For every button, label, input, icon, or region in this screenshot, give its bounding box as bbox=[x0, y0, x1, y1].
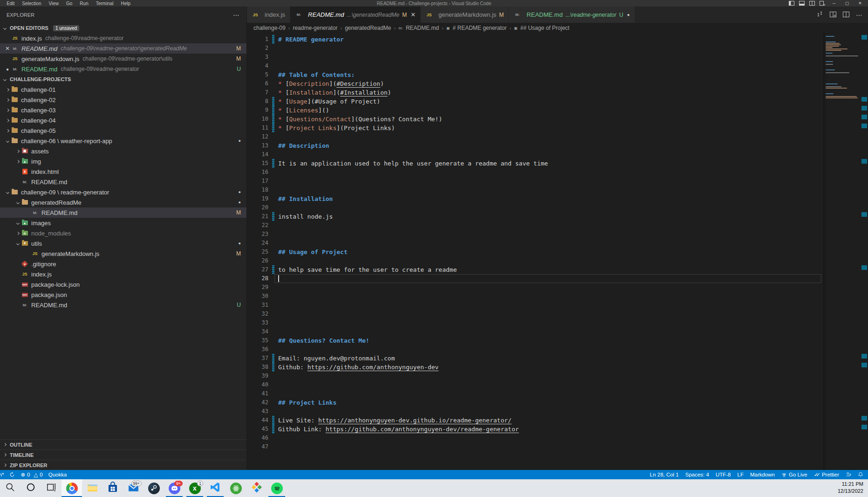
code-line[interactable]: 8* [Usage](#Usage of Project) bbox=[247, 97, 823, 106]
close-icon[interactable]: ✕ bbox=[410, 11, 416, 18]
code-line[interactable]: 27to help save time for the user to crea… bbox=[247, 265, 823, 274]
open-editor-item[interactable]: JSindex.jschallenge-09\readme-generator bbox=[0, 33, 246, 43]
code-line[interactable]: 37Email: nguyen.dev@protonmail.com bbox=[247, 354, 823, 363]
cursor-position-item[interactable]: Ln 28, Col 1 bbox=[650, 472, 679, 477]
tree-item-package-json[interactable]: npmpackage.json bbox=[0, 290, 246, 300]
workspace-section-header[interactable]: CHALLENGE-PROJECTS bbox=[0, 74, 246, 84]
code-line[interactable]: 16 bbox=[247, 168, 823, 177]
tab-readme.md[interactable]: M↓README.md...\generatedReadMeM✕ bbox=[290, 7, 421, 23]
taskbar-spotify[interactable] bbox=[267, 479, 287, 497]
taskbar-taskview[interactable] bbox=[41, 479, 62, 497]
tree-item-readme-md[interactable]: M↓README.md bbox=[0, 177, 246, 187]
editor-more-actions-icon[interactable]: ⋯ bbox=[856, 11, 862, 19]
tree-item-generatemarkdown-js[interactable]: JSgenerateMarkdown.jsM bbox=[0, 248, 246, 259]
code-line[interactable]: 35## Questions? Contact Me! bbox=[247, 336, 823, 345]
code-line[interactable]: 20 bbox=[247, 203, 823, 212]
taskbar-atom[interactable] bbox=[226, 479, 246, 497]
code-line[interactable]: 26 bbox=[247, 256, 823, 265]
menu-go[interactable]: Go bbox=[62, 1, 76, 6]
open-editor-item[interactable]: ●M↓README.mdchallenge-09\readme-generato… bbox=[0, 64, 246, 74]
code-line[interactable]: 38Github: https://github.com/anthonynguy… bbox=[247, 363, 823, 372]
code-line[interactable]: 30 bbox=[247, 292, 823, 301]
split-editor-layout-icon[interactable] bbox=[809, 1, 815, 6]
taskbar-clock[interactable]: 11:21 PM 12/13/2022 bbox=[838, 479, 868, 497]
quokka-item[interactable]: Quokka bbox=[48, 472, 67, 477]
code-line[interactable]: 3 bbox=[247, 53, 823, 62]
code-line[interactable]: 17 bbox=[247, 177, 823, 186]
code-line[interactable]: 40 bbox=[247, 380, 823, 389]
maximize-button[interactable]: ▢ bbox=[843, 1, 851, 6]
code-line[interactable]: 15It is an application used to help the … bbox=[247, 159, 823, 168]
tab-index.js[interactable]: JSindex.js bbox=[247, 7, 290, 23]
code-line[interactable]: 2 bbox=[247, 44, 823, 53]
code-line[interactable]: 42## Project Links bbox=[247, 398, 823, 407]
code-line[interactable]: 12 bbox=[247, 132, 823, 141]
code-line[interactable]: 11* [Project Links](Project Links) bbox=[247, 124, 823, 132]
tree-item-challenge-04[interactable]: challenge-04 bbox=[0, 115, 246, 125]
code-line[interactable]: 39 bbox=[247, 372, 823, 380]
section-outline[interactable]: OUTLINE bbox=[0, 439, 246, 449]
taskbar-store[interactable] bbox=[103, 479, 123, 497]
code-line[interactable]: 21install node.js bbox=[247, 212, 823, 221]
code-line[interactable]: 41 bbox=[247, 389, 823, 398]
customize-layout-icon[interactable] bbox=[820, 1, 825, 6]
tree-item-utils[interactable]: ✦utils● bbox=[0, 238, 246, 248]
code-line[interactable]: 43 bbox=[247, 407, 823, 416]
menu-selection[interactable]: Selection bbox=[18, 1, 45, 6]
code-line[interactable]: 1# README generator bbox=[247, 35, 823, 44]
taskbar-discord[interactable]: 9+ bbox=[164, 479, 185, 497]
tree-item-node-modules[interactable]: nnode_modules bbox=[0, 228, 246, 238]
eol-item[interactable]: LF bbox=[738, 472, 744, 477]
tree-item-challenge-02[interactable]: challenge-02 bbox=[0, 95, 246, 105]
tree-item--gitignore[interactable]: .gitignore bbox=[0, 259, 246, 269]
split-editor-icon[interactable] bbox=[843, 11, 849, 19]
tree-item-generatedreadme[interactable]: generatedReadMe● bbox=[0, 197, 246, 207]
feedback-icon[interactable] bbox=[846, 472, 851, 477]
open-editor-item[interactable]: ✕M↓README.mdchallenge-09\readme-generato… bbox=[0, 43, 246, 54]
breadcrumb-item[interactable]: challenge-09 bbox=[253, 25, 286, 31]
notifications-bell-icon[interactable] bbox=[858, 472, 863, 477]
tree-item-index-js[interactable]: JSindex.js bbox=[0, 269, 246, 279]
code-line[interactable]: 5## Table of Contents: bbox=[247, 70, 823, 79]
overview-ruler-scrollbar[interactable] bbox=[861, 33, 868, 470]
code-line[interactable]: 36 bbox=[247, 345, 823, 354]
tree-item-package-lock-json[interactable]: npmpackage-lock.json bbox=[0, 279, 246, 290]
open-preview-side-icon[interactable] bbox=[830, 11, 836, 19]
taskbar-vscode[interactable] bbox=[205, 479, 226, 497]
language-mode-item[interactable]: Markdown bbox=[750, 472, 775, 477]
dirty-dot-icon[interactable]: ● bbox=[627, 12, 630, 17]
tree-item-assets[interactable]: ▣assets bbox=[0, 146, 246, 156]
breadcrumb-item[interactable]: readme-generator bbox=[293, 25, 337, 31]
code-line[interactable]: 31 bbox=[247, 301, 823, 310]
prettier-item[interactable]: ✓✓ Prettier bbox=[814, 471, 839, 478]
code-line[interactable]: 14 bbox=[247, 150, 823, 159]
go-live-item[interactable]: Go Live bbox=[781, 472, 807, 477]
code-line[interactable]: 22 bbox=[247, 221, 823, 230]
taskbar-mail[interactable]: 99+ bbox=[123, 479, 144, 497]
code-line[interactable]: 29 bbox=[247, 283, 823, 292]
taskbar-steam[interactable] bbox=[144, 479, 164, 497]
sync-icon[interactable] bbox=[9, 472, 15, 477]
tree-item-challenge-09-readme-generator[interactable]: challenge-09 \ readme-generator● bbox=[0, 187, 246, 197]
tree-item-images[interactable]: ▲images bbox=[0, 218, 246, 228]
minimize-button[interactable]: ─ bbox=[830, 1, 838, 6]
code-line[interactable]: 34 bbox=[247, 327, 823, 336]
code-line[interactable]: 44Live Site: https://anthonynguyen-dev.g… bbox=[247, 416, 823, 425]
taskbar-explorer[interactable] bbox=[82, 479, 103, 497]
section-zip-explorer[interactable]: ZIP EXPLORER bbox=[0, 460, 246, 470]
breadcrumb-item[interactable]: M↓README.md bbox=[398, 25, 439, 31]
menu-view[interactable]: View bbox=[45, 1, 63, 6]
tab-readme.md[interactable]: M↓README.md...\readme-generatorU● bbox=[509, 7, 635, 23]
code-line[interactable]: 24 bbox=[247, 239, 823, 248]
code-editor[interactable]: 1# README generator2345## Table of Conte… bbox=[247, 33, 823, 470]
code-line[interactable]: 32 bbox=[247, 310, 823, 318]
open-editors-section-header[interactable]: OPEN EDITORS 1 unsaved bbox=[0, 23, 246, 33]
explorer-more-actions-icon[interactable]: ⋯ bbox=[233, 11, 240, 19]
taskbar-diamond[interactable] bbox=[246, 479, 267, 497]
encoding-item[interactable]: UTF-8 bbox=[716, 472, 731, 477]
breadcrumb-item[interactable]: ▣# README generator bbox=[446, 25, 507, 31]
menu-edit[interactable]: Edit bbox=[3, 1, 18, 6]
taskbar-xbox[interactable]: x1 bbox=[185, 479, 205, 497]
close-icon[interactable]: ✕ bbox=[4, 45, 11, 52]
sync-changes-icon[interactable] bbox=[817, 11, 823, 19]
